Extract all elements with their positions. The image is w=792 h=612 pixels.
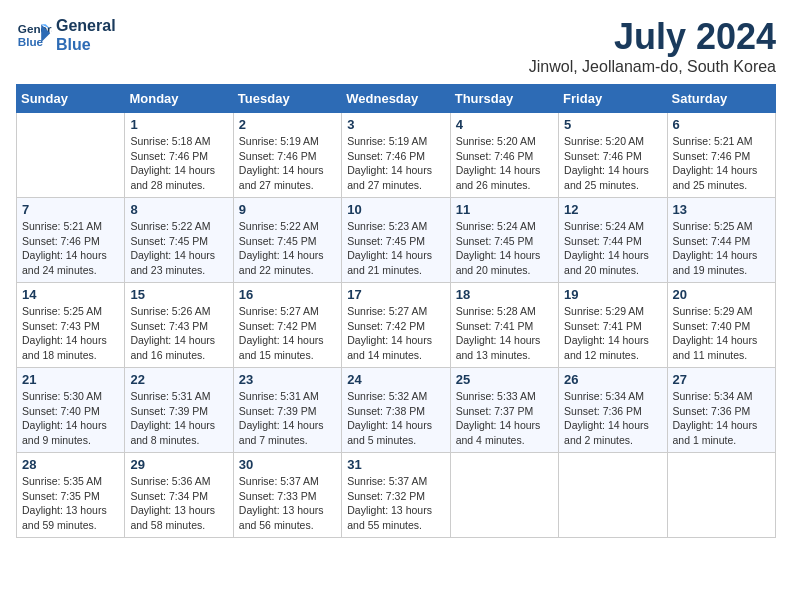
calendar-cell: 9Sunrise: 5:22 AM Sunset: 7:45 PM Daylig… [233,198,341,283]
calendar-cell: 31Sunrise: 5:37 AM Sunset: 7:32 PM Dayli… [342,453,450,538]
calendar-cell: 18Sunrise: 5:28 AM Sunset: 7:41 PM Dayli… [450,283,558,368]
day-number: 18 [456,287,553,302]
day-number: 1 [130,117,227,132]
calendar-cell: 28Sunrise: 5:35 AM Sunset: 7:35 PM Dayli… [17,453,125,538]
cell-content: Sunrise: 5:20 AM Sunset: 7:46 PM Dayligh… [564,134,661,193]
calendar-cell: 19Sunrise: 5:29 AM Sunset: 7:41 PM Dayli… [559,283,667,368]
calendar-cell: 21Sunrise: 5:30 AM Sunset: 7:40 PM Dayli… [17,368,125,453]
day-number: 30 [239,457,336,472]
calendar-cell [667,453,775,538]
week-row-3: 14Sunrise: 5:25 AM Sunset: 7:43 PM Dayli… [17,283,776,368]
day-number: 27 [673,372,770,387]
cell-content: Sunrise: 5:31 AM Sunset: 7:39 PM Dayligh… [239,389,336,448]
col-header-monday: Monday [125,85,233,113]
day-number: 17 [347,287,444,302]
cell-content: Sunrise: 5:22 AM Sunset: 7:45 PM Dayligh… [239,219,336,278]
calendar-cell: 27Sunrise: 5:34 AM Sunset: 7:36 PM Dayli… [667,368,775,453]
col-header-wednesday: Wednesday [342,85,450,113]
cell-content: Sunrise: 5:24 AM Sunset: 7:45 PM Dayligh… [456,219,553,278]
calendar-cell: 11Sunrise: 5:24 AM Sunset: 7:45 PM Dayli… [450,198,558,283]
day-number: 11 [456,202,553,217]
day-number: 21 [22,372,119,387]
cell-content: Sunrise: 5:32 AM Sunset: 7:38 PM Dayligh… [347,389,444,448]
day-number: 5 [564,117,661,132]
day-number: 29 [130,457,227,472]
day-number: 12 [564,202,661,217]
cell-content: Sunrise: 5:19 AM Sunset: 7:46 PM Dayligh… [347,134,444,193]
cell-content: Sunrise: 5:35 AM Sunset: 7:35 PM Dayligh… [22,474,119,533]
day-number: 23 [239,372,336,387]
day-number: 6 [673,117,770,132]
cell-content: Sunrise: 5:29 AM Sunset: 7:40 PM Dayligh… [673,304,770,363]
day-number: 15 [130,287,227,302]
day-number: 19 [564,287,661,302]
day-number: 2 [239,117,336,132]
cell-content: Sunrise: 5:30 AM Sunset: 7:40 PM Dayligh… [22,389,119,448]
cell-content: Sunrise: 5:37 AM Sunset: 7:33 PM Dayligh… [239,474,336,533]
cell-content: Sunrise: 5:20 AM Sunset: 7:46 PM Dayligh… [456,134,553,193]
cell-content: Sunrise: 5:27 AM Sunset: 7:42 PM Dayligh… [239,304,336,363]
location: Jinwol, Jeollanam-do, South Korea [529,58,776,76]
calendar-cell: 23Sunrise: 5:31 AM Sunset: 7:39 PM Dayli… [233,368,341,453]
day-number: 20 [673,287,770,302]
cell-content: Sunrise: 5:28 AM Sunset: 7:41 PM Dayligh… [456,304,553,363]
calendar-cell: 30Sunrise: 5:37 AM Sunset: 7:33 PM Dayli… [233,453,341,538]
calendar-cell: 29Sunrise: 5:36 AM Sunset: 7:34 PM Dayli… [125,453,233,538]
page-header: General Blue General Blue July 2024 Jinw… [16,16,776,76]
cell-content: Sunrise: 5:34 AM Sunset: 7:36 PM Dayligh… [673,389,770,448]
cell-content: Sunrise: 5:31 AM Sunset: 7:39 PM Dayligh… [130,389,227,448]
day-number: 25 [456,372,553,387]
cell-content: Sunrise: 5:34 AM Sunset: 7:36 PM Dayligh… [564,389,661,448]
day-number: 26 [564,372,661,387]
calendar-cell: 12Sunrise: 5:24 AM Sunset: 7:44 PM Dayli… [559,198,667,283]
cell-content: Sunrise: 5:21 AM Sunset: 7:46 PM Dayligh… [673,134,770,193]
cell-content: Sunrise: 5:33 AM Sunset: 7:37 PM Dayligh… [456,389,553,448]
calendar-cell: 15Sunrise: 5:26 AM Sunset: 7:43 PM Dayli… [125,283,233,368]
calendar-cell: 14Sunrise: 5:25 AM Sunset: 7:43 PM Dayli… [17,283,125,368]
logo-blue: Blue [56,35,116,54]
cell-content: Sunrise: 5:23 AM Sunset: 7:45 PM Dayligh… [347,219,444,278]
day-number: 8 [130,202,227,217]
calendar-cell: 1Sunrise: 5:18 AM Sunset: 7:46 PM Daylig… [125,113,233,198]
calendar-cell: 13Sunrise: 5:25 AM Sunset: 7:44 PM Dayli… [667,198,775,283]
week-row-1: 1Sunrise: 5:18 AM Sunset: 7:46 PM Daylig… [17,113,776,198]
cell-content: Sunrise: 5:25 AM Sunset: 7:44 PM Dayligh… [673,219,770,278]
cell-content: Sunrise: 5:25 AM Sunset: 7:43 PM Dayligh… [22,304,119,363]
day-number: 28 [22,457,119,472]
calendar-cell [17,113,125,198]
col-header-friday: Friday [559,85,667,113]
month-title: July 2024 [529,16,776,58]
cell-content: Sunrise: 5:21 AM Sunset: 7:46 PM Dayligh… [22,219,119,278]
day-number: 13 [673,202,770,217]
cell-content: Sunrise: 5:22 AM Sunset: 7:45 PM Dayligh… [130,219,227,278]
cell-content: Sunrise: 5:19 AM Sunset: 7:46 PM Dayligh… [239,134,336,193]
day-number: 31 [347,457,444,472]
col-header-tuesday: Tuesday [233,85,341,113]
logo: General Blue General Blue [16,16,116,54]
day-number: 14 [22,287,119,302]
calendar-cell: 25Sunrise: 5:33 AM Sunset: 7:37 PM Dayli… [450,368,558,453]
calendar-cell: 20Sunrise: 5:29 AM Sunset: 7:40 PM Dayli… [667,283,775,368]
col-header-thursday: Thursday [450,85,558,113]
col-header-sunday: Sunday [17,85,125,113]
calendar-cell: 24Sunrise: 5:32 AM Sunset: 7:38 PM Dayli… [342,368,450,453]
week-row-5: 28Sunrise: 5:35 AM Sunset: 7:35 PM Dayli… [17,453,776,538]
calendar-cell [450,453,558,538]
day-number: 10 [347,202,444,217]
calendar-table: SundayMondayTuesdayWednesdayThursdayFrid… [16,84,776,538]
logo-general: General [56,16,116,35]
calendar-cell [559,453,667,538]
calendar-cell: 7Sunrise: 5:21 AM Sunset: 7:46 PM Daylig… [17,198,125,283]
day-number: 7 [22,202,119,217]
cell-content: Sunrise: 5:26 AM Sunset: 7:43 PM Dayligh… [130,304,227,363]
day-number: 16 [239,287,336,302]
calendar-cell: 22Sunrise: 5:31 AM Sunset: 7:39 PM Dayli… [125,368,233,453]
cell-content: Sunrise: 5:18 AM Sunset: 7:46 PM Dayligh… [130,134,227,193]
col-header-saturday: Saturday [667,85,775,113]
header-row: SundayMondayTuesdayWednesdayThursdayFrid… [17,85,776,113]
calendar-cell: 10Sunrise: 5:23 AM Sunset: 7:45 PM Dayli… [342,198,450,283]
cell-content: Sunrise: 5:29 AM Sunset: 7:41 PM Dayligh… [564,304,661,363]
calendar-cell: 17Sunrise: 5:27 AM Sunset: 7:42 PM Dayli… [342,283,450,368]
logo-icon: General Blue [16,17,52,53]
day-number: 22 [130,372,227,387]
